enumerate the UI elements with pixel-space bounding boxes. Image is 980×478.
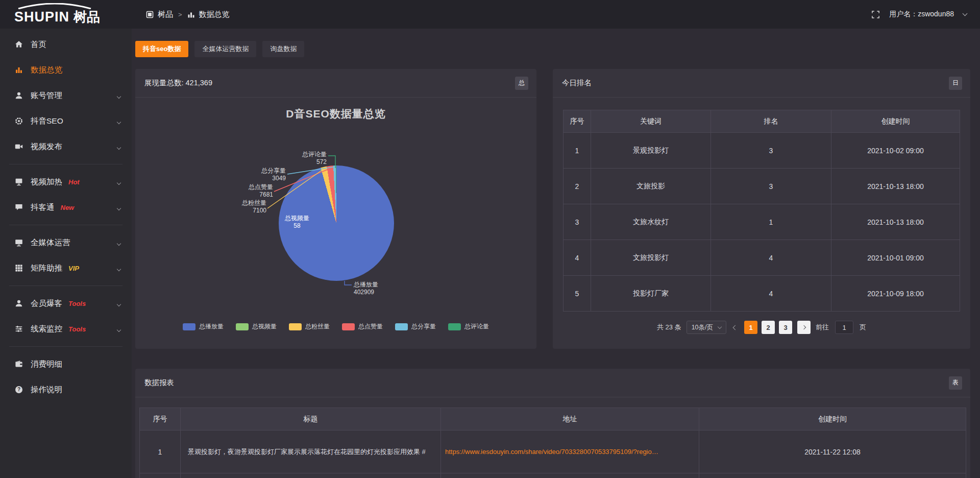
app-window-icon	[146, 11, 154, 18]
sidebar-item-help[interactable]: ?操作说明	[0, 377, 132, 402]
goto-label: 前往	[816, 323, 829, 332]
sidebar-item-badge: Tools	[68, 325, 86, 333]
chart-legend: 总播放量总视频量总粉丝量总点赞量总分享量总评论量	[135, 322, 536, 331]
ranking-table-body: 1景观投影灯32021-10-02 09:002文旅投影32021-10-13 …	[564, 133, 960, 312]
sidebar: 首页数据总览账号管理抖音SEO视频发布视频加热Hot抖客通New全媒体运营矩阵助…	[0, 29, 132, 478]
legend-swatch	[342, 323, 355, 330]
legend-item[interactable]: 总点赞量	[342, 322, 383, 331]
table-row: 1景观投影灯32021-10-02 09:00	[564, 133, 960, 169]
cards-row: 展现量总数: 421,369 总 D音SEO数据量总览 总评论量572 总分享量…	[135, 69, 970, 349]
table-row: 3文旅水纹灯12021-10-13 18:00	[564, 204, 960, 240]
legend-item[interactable]: 总播放量	[183, 322, 224, 331]
sidebar-item-badge: New	[61, 204, 75, 211]
legend-label: 总粉丝量	[305, 322, 330, 331]
next-page-button[interactable]	[797, 321, 811, 334]
legend-item[interactable]: 总粉丝量	[289, 322, 330, 331]
pagination: 共 23 条 10条/页 123 前往 页	[553, 321, 970, 334]
sidebar-item-badge: Tools	[68, 300, 86, 307]
page-button-3[interactable]: 3	[779, 321, 792, 334]
chevron-down-icon	[117, 142, 120, 151]
breadcrumb-current: 数据总览	[199, 10, 230, 19]
table-row: 1 景观投影灯，夜游景观投影灯厂家展示展示落花灯在花园里的灯光投影应用效果 # …	[140, 431, 966, 473]
ranking-card: 今日排名 日 序号关键词排名创建时间 1景观投影灯32021-10-02 09:…	[553, 69, 970, 349]
table-row: 4文旅投影灯42021-10-01 09:00	[564, 240, 960, 276]
sidebar-item-douketong[interactable]: 抖客通New	[0, 195, 132, 220]
data-tabs: 抖音seo数据全媒体运营数据询盘数据	[135, 41, 970, 57]
chat-icon	[14, 203, 23, 212]
video-link[interactable]: https://www.iesdouyin.com/share/video/70…	[445, 448, 658, 456]
legend-item[interactable]: 总分享量	[395, 322, 436, 331]
chart-icon	[14, 65, 23, 75]
sliders-icon	[14, 324, 23, 333]
sidebar-item-badge: VIP	[68, 265, 79, 272]
chevron-down-icon	[117, 238, 120, 247]
report-card: 数据报表 表 序号标题地址创建时间 1 景观投影灯，夜游景观投影灯厂家展示展示落…	[135, 369, 970, 478]
report-row-index: 1	[140, 431, 181, 473]
tab-inquiry-data[interactable]: 询盘数据	[262, 41, 304, 57]
fullscreen-icon[interactable]	[871, 10, 880, 19]
top-header: SHUPIN 树品 树品 > 数据总览 用户名：zswodun88	[0, 0, 980, 29]
legend-label: 总分享量	[411, 322, 436, 331]
screen-icon	[14, 177, 23, 186]
page-button-1[interactable]: 1	[744, 321, 757, 334]
table-view-button[interactable]: 表	[949, 376, 962, 390]
sidebar-item-home[interactable]: 首页	[0, 32, 132, 57]
tab-media-ops-data[interactable]: 全媒体运营数据	[194, 41, 256, 57]
sidebar-item-clue-monitor[interactable]: 线索监控Tools	[0, 316, 132, 342]
sidebar-item-label: 视频发布	[31, 141, 62, 152]
column-header: 序号	[564, 110, 591, 133]
sidebar-item-consume-detail[interactable]: 消费明细	[0, 351, 132, 377]
sidebar-item-douyin-seo[interactable]: 抖音SEO	[0, 108, 132, 134]
wallet-icon	[14, 360, 23, 369]
page-size-select[interactable]: 10条/页	[687, 321, 726, 334]
column-header: 创建时间	[831, 110, 960, 133]
table-row: 2文旅投影32021-10-13 18:00	[564, 169, 960, 204]
total-view-button[interactable]: 总	[515, 77, 528, 90]
legend-item[interactable]: 总视频量	[236, 322, 277, 331]
sidebar-divider	[9, 346, 122, 347]
table-row	[140, 473, 966, 478]
sidebar-divider	[9, 225, 122, 225]
legend-item[interactable]: 总评论量	[448, 322, 489, 331]
report-card-header: 数据报表 表	[135, 369, 970, 397]
sidebar-item-matrix-boost[interactable]: 矩阵助推VIP	[0, 255, 132, 281]
goto-page-input[interactable]	[835, 321, 853, 334]
table-row: 5投影灯厂家42021-10-09 18:00	[564, 276, 960, 312]
pagination-total: 共 23 条	[657, 323, 681, 332]
logo-arc	[16, 3, 93, 9]
sidebar-item-member[interactable]: 会员爆客Tools	[0, 291, 132, 316]
home-icon	[14, 40, 23, 49]
legend-swatch	[395, 323, 408, 330]
sidebar-divider	[9, 285, 122, 286]
sidebar-item-video-publish[interactable]: 视频发布	[0, 134, 132, 159]
sidebar-item-data-overview[interactable]: 数据总览	[0, 57, 132, 83]
breadcrumb-root[interactable]: 树品	[158, 10, 173, 19]
overview-card: 展现量总数: 421,369 总 D音SEO数据量总览 总评论量572 总分享量…	[135, 69, 536, 349]
sidebar-item-media-ops[interactable]: 全媒体运营	[0, 230, 132, 255]
sidebar-item-video-heat[interactable]: 视频加热Hot	[0, 169, 132, 195]
page-buttons: 123	[744, 321, 792, 334]
sidebar-item-label: 首页	[31, 39, 46, 50]
sidebar-item-account[interactable]: 账号管理	[0, 83, 132, 108]
column-header: 地址	[441, 408, 699, 431]
main-content: 抖音seo数据全媒体运营数据询盘数据 展现量总数: 421,369 总 D音SE…	[132, 0, 980, 478]
daily-view-button[interactable]: 日	[949, 77, 962, 90]
legend-label: 总点赞量	[358, 322, 383, 331]
video-icon	[14, 142, 23, 151]
chevron-left-icon	[733, 325, 738, 330]
chevron-down-icon	[117, 264, 120, 273]
help-icon: ?	[14, 385, 23, 394]
user-icon	[14, 91, 23, 100]
user-menu-chevron-icon[interactable]	[963, 11, 968, 16]
username[interactable]: 用户名：zswodun88	[889, 10, 954, 19]
logo: SHUPIN 树品	[0, 0, 132, 29]
chevron-down-icon	[117, 177, 120, 186]
chevron-down-icon	[117, 299, 120, 308]
page-button-2[interactable]: 2	[762, 321, 775, 334]
chart-title: D音SEO数据量总览	[135, 107, 536, 121]
gear-icon	[14, 116, 23, 126]
tab-douyin-seo-data[interactable]: 抖音seo数据	[135, 41, 188, 57]
pie-label-fans: 总粉丝量7100	[231, 199, 266, 214]
prev-page-button[interactable]	[731, 326, 739, 329]
legend-swatch	[448, 323, 461, 330]
